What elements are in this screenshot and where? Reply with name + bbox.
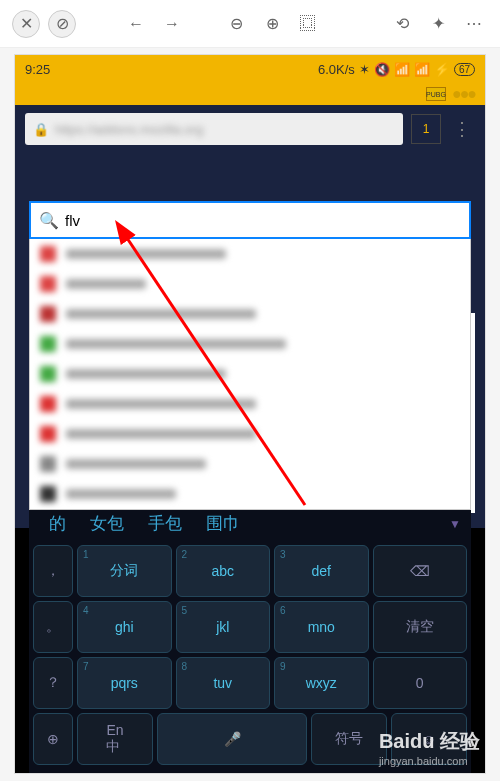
phone-frame: 9:25 6.0K/s ✶ 🔇 📶 📶 ⚡ 67 PUBG ●●● 🔒 http… bbox=[14, 54, 486, 774]
key-ghi[interactable]: 4ghi bbox=[77, 601, 172, 653]
kb-suggestion[interactable]: 手包 bbox=[138, 508, 192, 539]
clock: 9:25 bbox=[25, 62, 50, 77]
key-jkl[interactable]: 5jkl bbox=[176, 601, 271, 653]
key-。[interactable]: 。 bbox=[33, 601, 73, 653]
stop-icon[interactable]: ⊘ bbox=[48, 10, 76, 38]
suggestion-item[interactable] bbox=[30, 479, 470, 509]
key-分词[interactable]: 1分词 bbox=[77, 545, 172, 597]
key-⊕[interactable]: ⊕ bbox=[33, 713, 73, 765]
suggestion-item[interactable] bbox=[30, 419, 470, 449]
suggestion-item[interactable] bbox=[30, 329, 470, 359]
zoom-out-icon[interactable]: ⊖ bbox=[222, 10, 250, 38]
key-？[interactable]: ？ bbox=[33, 657, 73, 709]
kb-suggestion[interactable]: 的 bbox=[39, 508, 76, 539]
fit-width-icon[interactable]: ⿴ bbox=[294, 10, 322, 38]
bt-icon: ✶ bbox=[359, 62, 370, 77]
suggestion-row: 的女包手包围巾▼ bbox=[33, 506, 467, 545]
zoom-in-icon[interactable]: ⊕ bbox=[258, 10, 286, 38]
forward-icon[interactable]: → bbox=[158, 10, 186, 38]
key-pqrs[interactable]: 7pqrs bbox=[77, 657, 172, 709]
suggestion-item[interactable] bbox=[30, 269, 470, 299]
key-def[interactable]: 3def bbox=[274, 545, 369, 597]
collapse-icon[interactable]: ▼ bbox=[449, 517, 461, 531]
key-abc[interactable]: 2abc bbox=[176, 545, 271, 597]
dots-icon: ●●● bbox=[452, 85, 475, 103]
app-toolbar: ✕ ⊘ ← → ⊖ ⊕ ⿴ ⟲ ✦ ⋯ bbox=[0, 0, 500, 48]
key-0[interactable]: 0 bbox=[373, 657, 468, 709]
suggestions-dropdown bbox=[29, 239, 471, 510]
tab-count[interactable]: 1 bbox=[411, 114, 441, 144]
key-En
中[interactable]: En中 bbox=[77, 713, 153, 765]
kb-suggestion[interactable]: 女包 bbox=[80, 508, 134, 539]
back-icon[interactable]: ← bbox=[122, 10, 150, 38]
suggestion-item[interactable] bbox=[30, 389, 470, 419]
more-icon[interactable]: ⋯ bbox=[460, 10, 488, 38]
watermark-sub: jingyan.baidu.com bbox=[379, 755, 480, 767]
key-，[interactable]: ， bbox=[33, 545, 73, 597]
page-hero: 注册或登录 🔍 bbox=[15, 153, 485, 528]
search-input[interactable] bbox=[65, 212, 461, 229]
key-符号[interactable]: 符号 bbox=[311, 713, 387, 765]
suggestion-item[interactable] bbox=[30, 449, 470, 479]
secondary-bar: PUBG ●●● bbox=[15, 83, 485, 105]
browser-chrome: 🔒 https://addons.mozilla.org 1 ⋮ bbox=[15, 105, 485, 153]
suggestion-item[interactable] bbox=[30, 299, 470, 329]
battery-icon: ⚡ bbox=[434, 62, 450, 77]
key-tuv[interactable]: 8tuv bbox=[176, 657, 271, 709]
key-🎤[interactable]: 🎤 bbox=[157, 713, 307, 765]
close-icon[interactable]: ✕ bbox=[12, 10, 40, 38]
search-box: 🔍 bbox=[29, 201, 471, 239]
key-wxyz[interactable]: 9wxyz bbox=[274, 657, 369, 709]
search-icon: 🔍 bbox=[39, 211, 59, 230]
magic-icon[interactable]: ✦ bbox=[424, 10, 452, 38]
watermark-brand: Baidu 经验 bbox=[379, 730, 480, 752]
net-speed: 6.0K/s bbox=[318, 62, 355, 77]
url-text: https://addons.mozilla.org bbox=[55, 122, 203, 137]
battery-pct: 67 bbox=[454, 63, 475, 76]
pubg-icon: PUBG bbox=[426, 87, 446, 101]
key-⌫[interactable]: ⌫ bbox=[373, 545, 468, 597]
status-bar: 9:25 6.0K/s ✶ 🔇 📶 📶 ⚡ 67 bbox=[15, 55, 485, 83]
wifi-icon: 📶 bbox=[394, 62, 410, 77]
suggestion-item[interactable] bbox=[30, 359, 470, 389]
key-mno[interactable]: 6mno bbox=[274, 601, 369, 653]
watermark: Baidu 经验 jingyan.baidu.com bbox=[379, 728, 480, 767]
menu-icon[interactable]: ⋮ bbox=[449, 118, 475, 140]
suggestion-item[interactable] bbox=[30, 239, 470, 269]
signal-icon: 📶 bbox=[414, 62, 430, 77]
rotate-icon[interactable]: ⟲ bbox=[388, 10, 416, 38]
kb-suggestion[interactable]: 围巾 bbox=[196, 508, 250, 539]
key-清空[interactable]: 清空 bbox=[373, 601, 468, 653]
lock-icon: 🔒 bbox=[33, 122, 49, 137]
url-bar[interactable]: 🔒 https://addons.mozilla.org bbox=[25, 113, 403, 145]
mute-icon: 🔇 bbox=[374, 62, 390, 77]
